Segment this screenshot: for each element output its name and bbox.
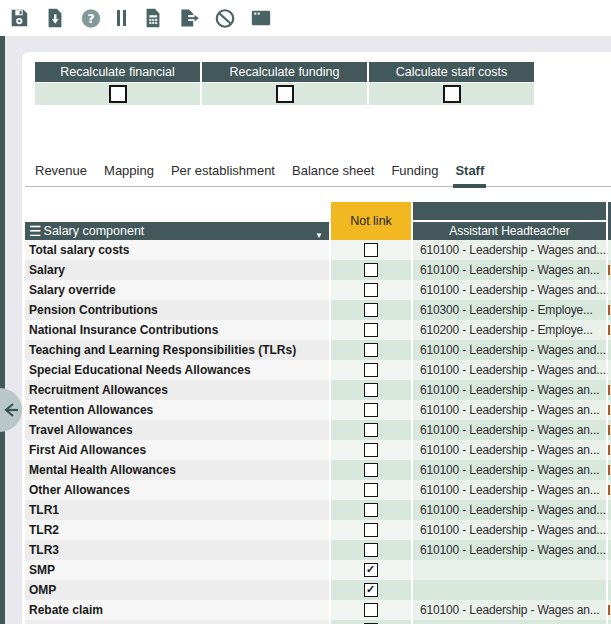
window-icon[interactable] [250, 6, 272, 30]
not-link-checkbox[interactable] [364, 483, 378, 497]
not-link-checkbox[interactable] [364, 283, 378, 297]
not-link-checkbox[interactable] [364, 603, 378, 617]
not-link-checkbox[interactable] [364, 543, 378, 557]
calculate-staff-costs-button[interactable]: Calculate staff costs [369, 62, 534, 82]
not-link-cell [331, 380, 411, 400]
not-link-cell [331, 620, 411, 624]
tab-staff[interactable]: Staff [455, 159, 484, 186]
salary-component-cell: SMP [25, 560, 329, 580]
mapping-cell[interactable]: 610100 - Leadership - Wages and... [413, 280, 606, 300]
table-row: TLR3610100 - Leadership - Wages and... [25, 540, 611, 560]
mapping-cell[interactable]: 610200 - Leadership - Employe... [413, 320, 606, 340]
mapping-cell[interactable]: 610100 - Leadership - Wages and... [413, 240, 606, 260]
table-row: TLR2610100 - Leadership - Wages and... [25, 520, 611, 540]
not-link-checkbox[interactable] [364, 323, 378, 337]
action-recalculate-financial: Recalculate financial [35, 62, 200, 105]
assistant-headteacher-header[interactable]: Assistant Headteacher [413, 222, 606, 240]
mapping-cell[interactable] [413, 580, 606, 600]
not-link-checkbox[interactable] [364, 503, 378, 517]
not-link-cell [331, 520, 411, 540]
mapping-cell[interactable] [413, 620, 606, 624]
mapping-cell[interactable]: 610100 - Leadership - Wages and... [413, 500, 606, 520]
salary-component-cell: TLR3 [25, 540, 329, 560]
not-link-cell [331, 420, 411, 440]
not-link-checkbox[interactable] [364, 523, 378, 537]
salary-component-cell: Mental Health Allowances [25, 460, 329, 480]
header-group-cell [413, 202, 606, 220]
table-row: Special Educational Needs Allowances6101… [25, 360, 611, 380]
action-button-table: Recalculate financial Recalculate fundin… [35, 62, 534, 105]
tab-revenue[interactable]: Revenue [35, 159, 87, 186]
tab-bar-inner: RevenueMappingPer establishmentBalance s… [25, 159, 611, 187]
file-export-icon[interactable] [178, 6, 200, 30]
not-link-cell [331, 440, 411, 460]
salary-component-cell: Other Allowances [25, 480, 329, 500]
toolbar: ? [0, 0, 611, 36]
mapping-cell[interactable]: 610100 - Leadership - Wages an... [413, 600, 606, 620]
grid-body: Total salary costs610100 - Leadership - … [25, 240, 611, 624]
not-link-cell [331, 600, 411, 620]
table-row: Retention Allowances610100 - Leadership … [25, 400, 611, 420]
salary-component-cell: National Insurance Contributions [25, 320, 329, 340]
column-menu-icon[interactable]: ☰ [29, 222, 42, 240]
tab-funding[interactable]: Funding [391, 159, 438, 186]
salary-component-cell: Travel Allowances [25, 420, 329, 440]
calculate-staff-costs-checkbox[interactable] [443, 85, 461, 103]
mapping-cell[interactable]: 610100 - Leadership - Wages an... [413, 440, 606, 460]
salary-component-cell: Salary override [25, 280, 329, 300]
not-link-checkbox[interactable] [364, 343, 378, 357]
mapping-cell[interactable]: 610100 - Leadership - Wages an... [413, 260, 606, 280]
mapping-cell[interactable]: 610100 - Leadership - Wages and... [413, 360, 606, 380]
save-icon[interactable] [8, 6, 30, 30]
mapping-cell[interactable]: 610100 - Leadership - Wages and... [413, 520, 606, 540]
recalculate-funding-checkbox[interactable] [276, 85, 294, 103]
not-link-cell [331, 500, 411, 520]
not-link-checkbox[interactable] [364, 403, 378, 417]
recalculate-financial-button[interactable]: Recalculate financial [35, 62, 200, 82]
not-link-header[interactable]: Not link [331, 202, 411, 240]
mapping-cell[interactable]: 610100 - Leadership - Wages an... [413, 420, 606, 440]
not-link-header-label: Not link [350, 214, 392, 228]
mapping-cell[interactable]: 610100 - Leadership - Wages an... [413, 400, 606, 420]
table-row: Mental Health Allowances610100 - Leaders… [25, 460, 611, 480]
mapping-cell[interactable]: 610100 - Leadership - Wages an... [413, 460, 606, 480]
not-link-checkbox[interactable] [364, 243, 378, 257]
mapping-cell[interactable]: 610100 - Leadership - Wages and... [413, 540, 606, 560]
not-link-cell [331, 240, 411, 260]
not-link-cell [331, 360, 411, 380]
mapping-cell[interactable]: 610100 - Leadership - Wages an... [413, 480, 606, 500]
not-link-checkbox[interactable] [364, 583, 378, 597]
file-calculator-icon[interactable] [142, 6, 164, 30]
not-link-checkbox[interactable] [364, 383, 378, 397]
recalculate-financial-checkbox[interactable] [109, 85, 127, 103]
not-link-checkbox[interactable] [364, 303, 378, 317]
salary-component-cell: Recruitment Allowances [25, 380, 329, 400]
salary-component-cell: First Aid Allowances [25, 440, 329, 460]
not-link-checkbox[interactable] [364, 423, 378, 437]
not-link-checkbox[interactable] [364, 563, 378, 577]
tab-mapping[interactable]: Mapping [104, 159, 154, 186]
table-row: SMP [25, 560, 611, 580]
not-link-cell [331, 300, 411, 320]
mapping-cell[interactable] [413, 560, 606, 580]
salary-component-cell: Salary [25, 260, 329, 280]
not-link-cell [331, 560, 411, 580]
not-link-cell [331, 340, 411, 360]
table-row: Travel Allowances610100 - Leadership - W… [25, 420, 611, 440]
action-calculate-staff-costs: Calculate staff costs [369, 62, 534, 105]
recalculate-funding-button[interactable]: Recalculate funding [202, 62, 367, 82]
not-link-checkbox[interactable] [364, 463, 378, 477]
mapping-cell[interactable]: 610300 - Leadership - Employe... [413, 300, 606, 320]
not-link-checkbox[interactable] [364, 443, 378, 457]
mapping-cell[interactable]: 610100 - Leadership - Wages and... [413, 340, 606, 360]
help-icon[interactable]: ? [80, 6, 102, 30]
salary-component-header[interactable]: ☰ Salary component ▼ [25, 222, 329, 240]
file-download-icon[interactable] [44, 6, 66, 30]
tab-balance-sheet[interactable]: Balance sheet [292, 159, 374, 186]
not-link-checkbox[interactable] [364, 363, 378, 377]
tab-per-establishment[interactable]: Per establishment [171, 159, 275, 186]
mapping-cell[interactable]: 610100 - Leadership - Wages an... [413, 380, 606, 400]
block-icon[interactable] [214, 6, 236, 30]
pause-icon[interactable] [116, 6, 128, 30]
not-link-checkbox[interactable] [364, 263, 378, 277]
